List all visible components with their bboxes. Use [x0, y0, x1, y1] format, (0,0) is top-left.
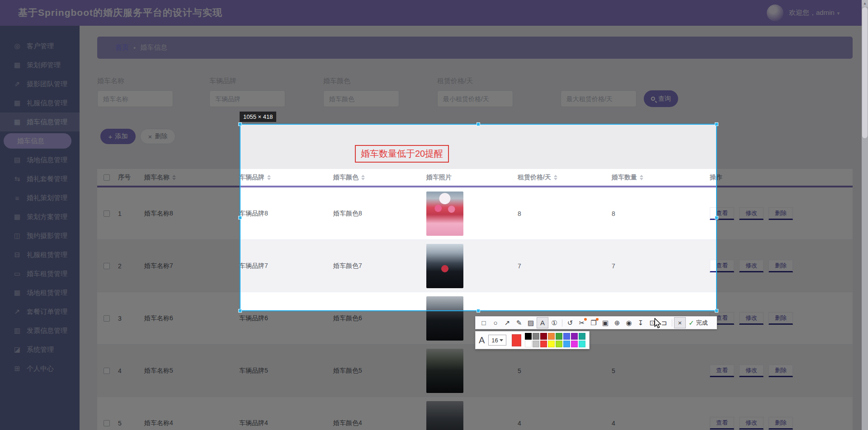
sort-icon[interactable] [554, 175, 557, 180]
palette-color[interactable] [563, 333, 570, 340]
row-checkbox[interactable] [104, 210, 110, 217]
col-qty[interactable]: 婚车数量 [612, 173, 710, 182]
palette-color[interactable] [579, 333, 585, 340]
col-price[interactable]: 租赁价格/天 [518, 173, 612, 182]
palette-color[interactable] [540, 333, 547, 340]
sidebar-item-venue-info[interactable]: ▤场地信息管理 [0, 150, 80, 169]
row-checkbox[interactable] [104, 420, 110, 426]
sidebar-item-system[interactable]: ◪系统管理 [0, 340, 80, 359]
pen-tool-icon[interactable]: ✎ [513, 317, 525, 328]
sidebar-item-invoice-info[interactable]: ▥发票信息管理 [0, 321, 80, 340]
text-tool-icon[interactable]: A [537, 317, 548, 328]
car-name-input[interactable] [97, 90, 173, 107]
row-checkbox[interactable] [104, 263, 110, 269]
view-button[interactable]: 查看 [710, 365, 734, 377]
sidebar-item-package-orders[interactable]: ↗套餐订单管理 [0, 302, 80, 321]
edit-button[interactable]: 修改 [739, 260, 764, 272]
palette-color[interactable] [533, 333, 539, 340]
resize-handle[interactable] [715, 122, 718, 126]
cut-region-icon[interactable]: ✂ [576, 317, 588, 328]
delete-row-button[interactable]: 删除 [769, 365, 793, 377]
col-brand[interactable]: 车辆品牌 [239, 173, 333, 182]
undo-icon[interactable]: ↺ [564, 317, 576, 328]
sort-icon[interactable] [361, 175, 365, 180]
palette-color[interactable] [571, 341, 578, 347]
palette-color[interactable] [579, 341, 585, 347]
view-button[interactable]: 查看 [710, 417, 734, 430]
sidebar-item-plan-schemes[interactable]: ▦策划方案管理 [0, 207, 80, 226]
col-name[interactable]: 婚车名称 [144, 173, 239, 182]
done-button[interactable]: ✓完成 [689, 319, 708, 327]
scan-ocr-icon[interactable]: ▣ [599, 317, 611, 328]
edit-button[interactable]: 修改 [739, 417, 764, 430]
view-button[interactable]: 查看 [710, 207, 734, 220]
palette-color[interactable] [571, 333, 578, 340]
view-button[interactable]: 查看 [710, 260, 734, 272]
breadcrumb-home[interactable]: 首页 [115, 43, 129, 52]
sidebar-item-customers[interactable]: ◎客户管理 [0, 37, 80, 56]
sidebar-item-venue-rental[interactable]: ▦场地租赁管理 [0, 283, 80, 302]
sidebar-item-dress-rental[interactable]: ⊟礼服租赁管理 [0, 245, 80, 264]
text-annotation[interactable]: 婚车数量低于20提醒 [355, 145, 449, 163]
resize-handle[interactable] [238, 122, 242, 126]
sidebar-item-dress-info[interactable]: ▦礼服信息管理 [0, 93, 80, 112]
delete-row-button[interactable]: 删除 [769, 312, 793, 325]
color-input[interactable] [323, 90, 399, 107]
max-price-input[interactable] [561, 90, 637, 107]
user-menu[interactable]: 欢迎您，admin▾ [789, 9, 840, 17]
edit-button[interactable]: 修改 [739, 312, 764, 325]
sidebar-item-planners[interactable]: ▦策划师管理 [0, 56, 80, 75]
sidebar-item-photo-teams[interactable]: ⇗摄影团队管理 [0, 75, 80, 93]
sidebar-item-wedding-planning[interactable]: ≡婚礼策划管理 [0, 188, 80, 207]
sidebar-item-wedding-packages[interactable]: ⇆婚礼套餐管理 [0, 169, 80, 188]
palette-color[interactable] [540, 341, 547, 347]
arrow-tool-icon[interactable]: ↗ [501, 317, 513, 328]
select-all-checkbox[interactable] [104, 174, 110, 181]
rect-tool-icon[interactable]: □ [478, 317, 490, 328]
palette-color[interactable] [563, 341, 570, 347]
sort-icon[interactable] [267, 175, 271, 180]
delete-row-button[interactable]: 删除 [769, 260, 793, 272]
palette-color[interactable] [525, 341, 532, 347]
step-badge-tool-icon[interactable]: ① [548, 317, 560, 328]
font-size-select[interactable]: 16 [488, 335, 506, 346]
resize-handle[interactable] [476, 122, 480, 126]
copy-icon[interactable]: ❐ [588, 317, 599, 328]
search-button[interactable]: 查询 [644, 90, 678, 107]
sort-icon[interactable] [640, 175, 643, 180]
ellipse-tool-icon[interactable]: ○ [490, 317, 501, 328]
scrollbar[interactable]: ▲ [862, 0, 868, 430]
palette-color[interactable] [548, 333, 555, 340]
download-icon[interactable]: ↧ [635, 317, 646, 328]
palette-color[interactable] [525, 333, 532, 340]
min-price-input[interactable] [437, 90, 513, 107]
close-icon[interactable]: × [674, 317, 686, 328]
avatar[interactable] [767, 5, 783, 21]
palette-color[interactable] [533, 341, 539, 347]
add-button[interactable]: +添加 [100, 129, 136, 144]
current-color-swatch[interactable] [512, 334, 521, 346]
col-color[interactable]: 婚车颜色 [333, 173, 426, 182]
scrollbar-thumb[interactable] [862, 7, 868, 138]
sidebar-item-photo-booking[interactable]: ◫预约摄影管理 [0, 226, 80, 245]
palette-color[interactable] [548, 341, 555, 347]
row-checkbox[interactable] [104, 368, 110, 374]
sidebar-item-car-rental[interactable]: ▭婚车租赁管理 [0, 264, 80, 283]
edit-button[interactable]: 修改 [739, 365, 764, 377]
sidebar-subitem-pill[interactable]: 婚车信息 [4, 133, 71, 149]
record-icon[interactable]: ◉ [623, 317, 635, 328]
delete-row-button[interactable]: 删除 [769, 207, 793, 220]
delete-row-button[interactable]: 删除 [769, 417, 793, 430]
sidebar-item-car-info-management[interactable]: ▦婚车信息管理 [0, 112, 80, 131]
scroll-up-arrow[interactable]: ▲ [862, 0, 868, 7]
pin-icon[interactable]: ⊕ [611, 317, 623, 328]
delete-button[interactable]: ×删除 [140, 129, 175, 144]
sort-icon[interactable] [172, 175, 176, 180]
edit-button[interactable]: 修改 [739, 207, 764, 220]
save-icon[interactable]: ⊡ [646, 317, 658, 328]
mosaic-tool-icon[interactable]: ▨ [525, 317, 537, 328]
sidebar-item-personal-center[interactable]: ⊞个人中心 [0, 359, 80, 378]
palette-color[interactable] [556, 341, 562, 347]
palette-color[interactable] [556, 333, 562, 340]
bookmark-icon[interactable]: ⊐ [658, 317, 670, 328]
